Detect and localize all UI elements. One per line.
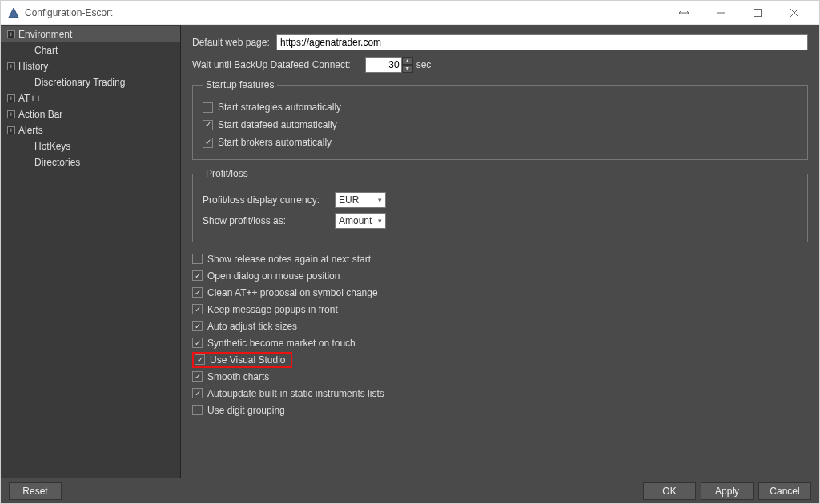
pl-currency-value: EUR bbox=[339, 194, 359, 206]
options-list: Show release notes again at next startOp… bbox=[192, 250, 808, 418]
checkbox[interactable] bbox=[192, 304, 203, 314]
minimize-button[interactable] bbox=[702, 1, 739, 25]
reset-button[interactable]: Reset bbox=[9, 482, 62, 500]
svg-marker-0 bbox=[9, 8, 18, 18]
tree-item-label: Action Bar bbox=[18, 109, 62, 120]
checkbox[interactable] bbox=[203, 120, 213, 130]
checkbox-label: Start strategies automatically bbox=[218, 102, 341, 113]
checkbox[interactable] bbox=[192, 371, 203, 382]
checkbox[interactable] bbox=[192, 270, 203, 281]
option-row: Show release notes again at next start bbox=[192, 250, 808, 267]
tree-item-chart[interactable]: +Chart bbox=[1, 42, 180, 58]
option-row: Smooth charts bbox=[192, 368, 808, 385]
chevron-down-icon: ▾ bbox=[378, 217, 382, 225]
checkbox-label: Smooth charts bbox=[207, 371, 269, 382]
startup-legend: Startup features bbox=[203, 79, 277, 90]
checkbox[interactable] bbox=[192, 338, 203, 348]
checkbox-label: Use Visual Studio bbox=[210, 354, 286, 366]
spin-up-icon[interactable]: ▲ bbox=[402, 57, 413, 65]
wait-input[interactable] bbox=[365, 57, 402, 73]
highlighted-option: Use Visual Studio bbox=[192, 352, 292, 368]
option-row: Auto adjust tick sizes bbox=[192, 318, 808, 334]
checkbox[interactable] bbox=[192, 321, 203, 331]
checkbox-label: Start brokers automatically bbox=[218, 137, 332, 148]
pl-showas-label: Show profit/loss as: bbox=[203, 215, 335, 226]
checkbox-label: Open dialog on mouse position bbox=[207, 270, 340, 282]
checkbox[interactable] bbox=[192, 405, 203, 415]
checkbox-label: Auto adjust tick sizes bbox=[207, 321, 297, 332]
tree-item-action-bar[interactable]: +Action Bar bbox=[1, 106, 180, 122]
titlebar: Configuration-Escort bbox=[1, 1, 819, 25]
ok-button[interactable]: OK bbox=[643, 482, 696, 500]
option-row: Use digit grouping bbox=[192, 402, 808, 418]
cancel-button[interactable]: Cancel bbox=[758, 482, 811, 500]
option-row: Open dialog on mouse position bbox=[192, 267, 808, 284]
checkbox[interactable] bbox=[192, 254, 203, 264]
checkbox-label: Synthetic become market on touch bbox=[207, 338, 356, 349]
checkbox-label: Keep message popups in front bbox=[207, 304, 338, 315]
tree-item-label: Directories bbox=[34, 157, 80, 168]
tree-item-environment[interactable]: +Environment bbox=[1, 26, 180, 42]
profitloss-fieldset: Profit/loss Profit/loss display currency… bbox=[192, 168, 808, 242]
spinner-buttons[interactable]: ▲ ▼ bbox=[402, 57, 413, 73]
option-row: Keep message popups in front bbox=[192, 301, 808, 318]
tree-expander-icon[interactable]: + bbox=[7, 94, 15, 102]
tree-expander-icon[interactable]: + bbox=[7, 62, 15, 70]
checkbox-label: Show release notes again at next start bbox=[207, 254, 371, 265]
default-web-row: Default web page: bbox=[192, 34, 808, 50]
nav-tree: +Environment+Chart+History+Discretionary… bbox=[1, 25, 181, 478]
maximize-button[interactable] bbox=[739, 1, 776, 25]
startup-option: Start brokers automatically bbox=[203, 134, 798, 151]
checkbox[interactable] bbox=[195, 354, 205, 365]
wait-label: Wait until BackUp Datafeed Connect: bbox=[192, 59, 351, 70]
option-row: Use Visual Studio bbox=[192, 351, 808, 368]
default-web-input[interactable] bbox=[276, 34, 808, 50]
tree-item-label: Alerts bbox=[18, 125, 43, 136]
tree-item-label: Environment bbox=[18, 29, 72, 40]
tree-item-label: Discretionary Trading bbox=[34, 77, 125, 88]
pl-currency-select[interactable]: EUR ▾ bbox=[335, 192, 386, 208]
wait-row: Wait until BackUp Datafeed Connect: ▲ ▼ … bbox=[192, 57, 808, 73]
footer: Reset OK Apply Cancel bbox=[1, 478, 819, 503]
tree-item-label: AT++ bbox=[18, 93, 41, 104]
resize-icon[interactable] bbox=[665, 1, 702, 25]
option-row: Synthetic become market on touch bbox=[192, 334, 808, 351]
checkbox[interactable] bbox=[203, 138, 213, 148]
option-row: Autoupdate built-in static instruments l… bbox=[192, 385, 808, 402]
checkbox-label: Clean AT++ proposal on symbol change bbox=[207, 287, 378, 298]
profitloss-legend: Profit/loss bbox=[203, 168, 251, 179]
default-web-label: Default web page: bbox=[192, 37, 276, 48]
tree-item-label: Chart bbox=[34, 45, 58, 56]
checkbox[interactable] bbox=[203, 102, 213, 113]
startup-fieldset: Startup features Start strategies automa… bbox=[192, 79, 808, 160]
svg-rect-2 bbox=[754, 9, 762, 16]
close-button[interactable] bbox=[776, 1, 813, 25]
tree-item-label: History bbox=[18, 61, 48, 72]
apply-button[interactable]: Apply bbox=[701, 482, 754, 500]
tree-expander-icon[interactable]: + bbox=[7, 110, 15, 118]
pl-showas-value: Amount bbox=[339, 215, 372, 226]
tree-expander-icon[interactable]: + bbox=[7, 30, 15, 38]
chevron-down-icon: ▾ bbox=[378, 196, 382, 204]
tree-item-alerts[interactable]: +Alerts bbox=[1, 122, 180, 138]
tree-expander-icon[interactable]: + bbox=[7, 126, 15, 134]
checkbox[interactable] bbox=[192, 388, 203, 398]
tree-item-discretionary-trading[interactable]: +Discretionary Trading bbox=[1, 74, 180, 90]
app-icon bbox=[7, 6, 20, 19]
tree-item-hotkeys[interactable]: +HotKeys bbox=[1, 138, 180, 154]
tree-item-directories[interactable]: +Directories bbox=[1, 154, 180, 170]
wait-unit: sec bbox=[416, 59, 432, 70]
tree-item-at-[interactable]: +AT++ bbox=[1, 90, 180, 106]
startup-option: Start strategies automatically bbox=[203, 98, 798, 116]
startup-option: Start datafeed automatically bbox=[203, 116, 798, 134]
checkbox-label: Use digit grouping bbox=[207, 405, 285, 416]
pl-currency-label: Profit/loss display currency: bbox=[203, 194, 335, 206]
wait-spinner[interactable]: ▲ ▼ bbox=[365, 57, 413, 73]
pl-showas-select[interactable]: Amount ▾ bbox=[335, 213, 386, 229]
checkbox-label: Autoupdate built-in static instruments l… bbox=[207, 388, 384, 399]
checkbox[interactable] bbox=[192, 287, 203, 298]
option-row: Clean AT++ proposal on symbol change bbox=[192, 284, 808, 301]
tree-item-history[interactable]: +History bbox=[1, 58, 180, 74]
config-window: Configuration-Escort +Environment+Chart+… bbox=[0, 0, 820, 504]
spin-down-icon[interactable]: ▼ bbox=[402, 65, 413, 73]
